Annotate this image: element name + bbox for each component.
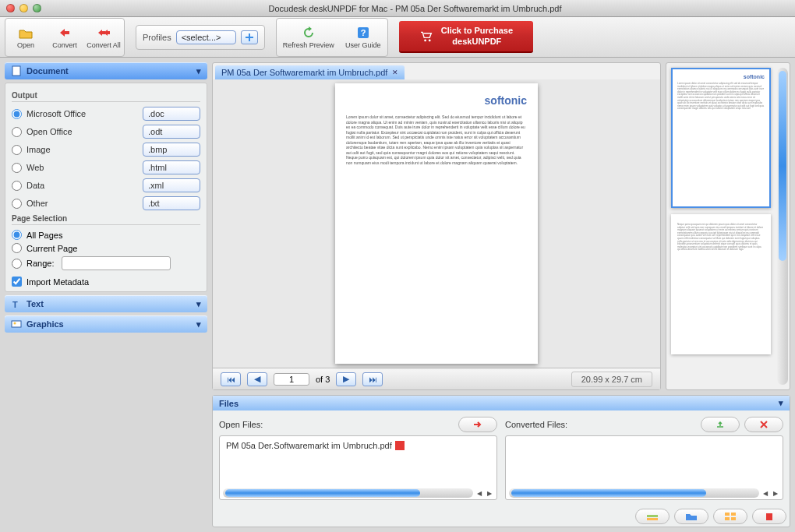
- refresh-icon: [301, 26, 316, 40]
- all-pages-radio[interactable]: All Pages: [12, 230, 200, 240]
- action-1-button[interactable]: [635, 509, 670, 524]
- action-4-button[interactable]: [752, 509, 786, 524]
- action-3-button[interactable]: [713, 509, 747, 524]
- thumbnail-scrollbar[interactable]: [777, 68, 788, 385]
- svg-rect-8: [395, 441, 405, 450]
- profiles-group: Profiles <select...>: [136, 25, 265, 50]
- next-page-button[interactable]: ▶: [336, 372, 356, 386]
- bottom-actions: [213, 506, 790, 527]
- svg-text:T: T: [12, 300, 18, 309]
- collapse-icon: ▾: [779, 398, 783, 408]
- range-radio[interactable]: Range:: [12, 256, 200, 270]
- document-panel-header[interactable]: Document ▾: [5, 62, 207, 79]
- page-body-text: Lorem ipsum dolor sit amet, consectetur …: [346, 115, 527, 165]
- output-option-image[interactable]: Image: [12, 145, 51, 155]
- page-selection-label: Page Selection: [12, 214, 200, 225]
- folder-icon: [685, 512, 698, 521]
- scroll-right-icon[interactable]: ▶: [485, 490, 493, 499]
- action-2-button[interactable]: [674, 509, 708, 524]
- profiles-select[interactable]: <select...>: [176, 30, 236, 44]
- svg-rect-13: [725, 517, 730, 520]
- minimize-window-button[interactable]: [19, 4, 28, 12]
- export-icon: [715, 421, 726, 428]
- open-files-list[interactable]: PM 05a Der.Softwaremarkt im Umbruch.pdf …: [219, 435, 497, 500]
- document-icon: [11, 65, 22, 76]
- convert-file-button[interactable]: [458, 417, 497, 432]
- expand-icon: ▾: [196, 299, 201, 309]
- output-option-other[interactable]: Other: [12, 199, 48, 209]
- window-title: Docudesk deskUNPDF for Mac - PM 05a Der …: [41, 4, 789, 13]
- svg-rect-12: [731, 513, 736, 516]
- collapse-icon: ▾: [196, 66, 201, 76]
- output-option-data[interactable]: Data: [12, 181, 44, 191]
- import-metadata-checkbox[interactable]: [12, 277, 22, 287]
- svg-point-7: [14, 322, 16, 325]
- converted-files-list[interactable]: ◀▶: [505, 435, 783, 500]
- arrow-right-icon: [472, 421, 483, 428]
- svg-rect-11: [725, 513, 730, 516]
- convert-button[interactable]: Convert: [46, 20, 83, 55]
- user-guide-button[interactable]: ? User Guide: [341, 20, 386, 55]
- zoom-window-button[interactable]: [33, 4, 41, 12]
- first-page-button[interactable]: ⏮: [221, 372, 241, 386]
- format-select-data[interactable]: .xml: [143, 178, 200, 192]
- help-icon: ?: [355, 26, 371, 40]
- profiles-add-button[interactable]: [241, 30, 258, 44]
- svg-rect-10: [647, 518, 658, 520]
- cart-icon: [419, 31, 433, 42]
- current-page-radio[interactable]: Current Page: [12, 243, 200, 253]
- thumbnail-page-1[interactable]: softonic Lorem ipsum dolor sit amet cons…: [671, 68, 771, 208]
- purchase-button[interactable]: Click to Purchase deskUNPDF: [399, 21, 533, 52]
- open-button[interactable]: Open: [7, 20, 44, 55]
- format-select-msoffice[interactable]: .doc: [143, 107, 200, 121]
- expand-icon: ▾: [196, 319, 201, 329]
- h-scrollbar[interactable]: [509, 488, 759, 498]
- format-select-image[interactable]: .bmp: [143, 143, 200, 157]
- page-number-input[interactable]: [274, 373, 309, 386]
- plus-icon: [246, 33, 253, 41]
- output-option-openoffice[interactable]: Open Office: [12, 127, 72, 137]
- format-select-openoffice[interactable]: .odt: [143, 125, 200, 139]
- profiles-label: Profiles: [143, 33, 171, 42]
- refresh-preview-button[interactable]: Refresh Preview: [278, 20, 339, 55]
- text-panel-header[interactable]: T Text ▾: [5, 295, 207, 312]
- svg-text:?: ?: [360, 28, 366, 37]
- remove-converted-button[interactable]: [744, 417, 783, 432]
- thumbnail-page-2[interactable]: Neque porro quisquam est qui dolorem ips…: [671, 214, 771, 354]
- scroll-right-icon[interactable]: ▶: [771, 490, 779, 499]
- grid-icon: [724, 512, 737, 521]
- h-scrollbar[interactable]: [223, 488, 473, 498]
- last-page-button[interactable]: ⏭: [362, 372, 383, 386]
- total-pages-label: of 3: [316, 375, 330, 384]
- document-tab[interactable]: PM 05a Der Softwaremarkt im Umbruch.pdf …: [215, 65, 405, 79]
- output-section-label: Output: [12, 91, 200, 102]
- close-tab-icon[interactable]: ✕: [392, 69, 398, 76]
- page-logo: softonic: [346, 94, 527, 107]
- page-dimensions-label: 20.99 x 29.7 cm: [571, 372, 652, 387]
- open-converted-button[interactable]: [701, 417, 740, 432]
- page-view[interactable]: softonic Lorem ipsum dolor sit amet, con…: [213, 79, 660, 368]
- format-select-other[interactable]: .txt: [143, 196, 200, 210]
- converted-files-label: Converted Files:: [505, 420, 567, 429]
- graphics-panel-header[interactable]: Graphics ▾: [5, 315, 207, 333]
- import-metadata-label: Import Metadata: [26, 277, 89, 287]
- convert-all-button[interactable]: Convert All: [85, 20, 122, 55]
- scroll-left-icon[interactable]: ◀: [475, 490, 483, 499]
- output-option-msoffice[interactable]: Microsoft Office: [12, 109, 86, 119]
- close-window-button[interactable]: [6, 4, 15, 12]
- scroll-left-icon[interactable]: ◀: [761, 490, 769, 499]
- format-select-web[interactable]: .html: [143, 160, 200, 174]
- svg-point-3: [428, 39, 430, 41]
- output-option-web[interactable]: Web: [12, 163, 44, 173]
- range-input[interactable]: [62, 256, 171, 270]
- files-panel-header[interactable]: Files ▾: [213, 396, 790, 410]
- title-bar: Docudesk deskUNPDF for Mac - PM 05a Der …: [0, 0, 795, 17]
- files-panel: Files ▾ Open Files: PM 05a Der.Softw: [212, 395, 790, 527]
- file-item[interactable]: PM 05a Der.Softwaremarkt im Umbruch.pdf: [223, 439, 493, 452]
- open-files-label: Open Files:: [219, 420, 263, 429]
- graphics-icon: [11, 319, 22, 329]
- pager-bar: ⏮ ◀ of 3 ▶ ⏭ 20.99 x 29.7 cm: [213, 368, 660, 389]
- svg-rect-14: [731, 517, 736, 520]
- prev-page-button[interactable]: ◀: [247, 372, 267, 386]
- folder-open-icon: [18, 26, 34, 40]
